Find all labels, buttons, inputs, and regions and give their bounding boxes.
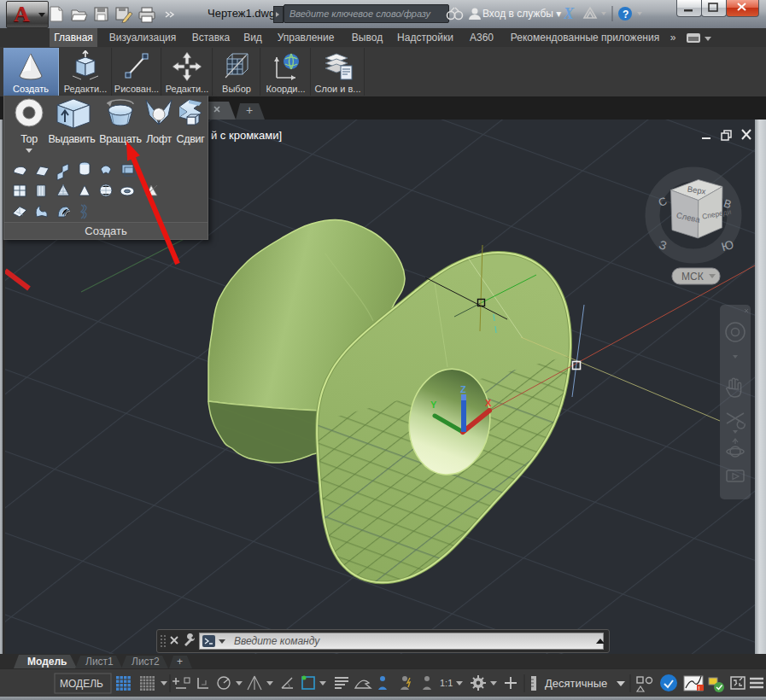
svg-text:Лист2: Лист2 [132, 656, 160, 668]
svg-text:Десятичные: Десятичные [545, 677, 607, 690]
svg-text:X: X [564, 5, 575, 22]
svg-text:Лист1: Лист1 [85, 656, 114, 668]
svg-text:Z: Z [460, 384, 466, 394]
svg-text:+: + [246, 103, 253, 117]
svg-text:й с кромками]: й с кромками] [211, 129, 282, 142]
svg-text:МСК: МСК [681, 271, 704, 283]
svg-text:Y: Y [430, 400, 437, 410]
svg-text:?: ? [623, 9, 629, 20]
svg-text:Выдавить: Выдавить [48, 133, 95, 145]
svg-text:МОДЕЛЬ: МОДЕЛЬ [60, 678, 103, 690]
svg-text:X: X [485, 398, 492, 408]
svg-text:!: ! [699, 685, 700, 691]
svg-text:Тор: Тор [20, 133, 38, 145]
svg-text:Модель: Модель [27, 656, 67, 668]
svg-text:1:1: 1:1 [440, 678, 453, 688]
svg-text:+: + [177, 656, 183, 668]
